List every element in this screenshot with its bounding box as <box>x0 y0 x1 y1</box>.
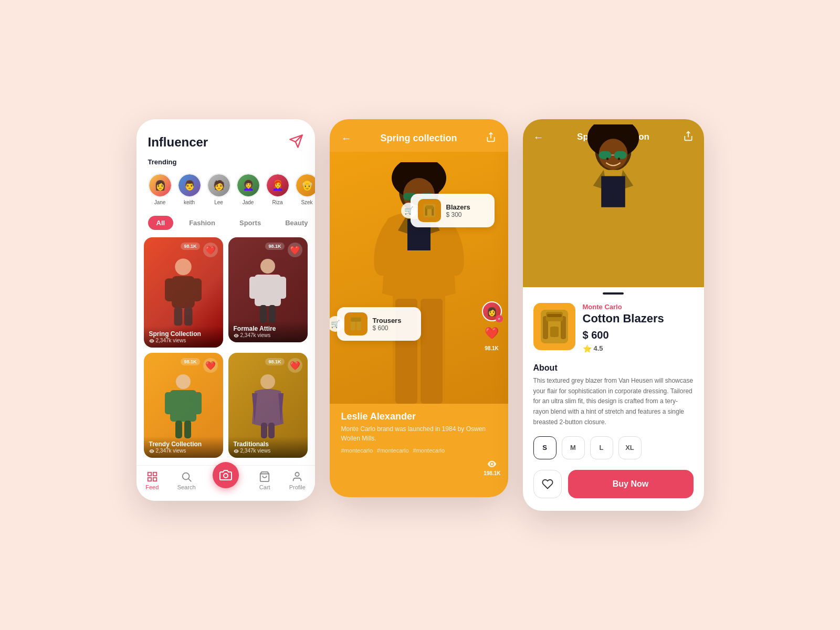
avatar-item-jade[interactable]: 👩‍🦱 Jade <box>236 173 260 205</box>
size-row: S M L XL <box>533 436 694 459</box>
svg-point-27 <box>183 473 190 480</box>
svg-rect-19 <box>184 421 191 438</box>
tab-beauty[interactable]: Beauty <box>277 216 314 230</box>
svg-rect-3 <box>172 276 195 308</box>
rating-row: ⭐ 4.5 <box>583 344 694 353</box>
trousers-tag[interactable]: 🛒 Trousers $ 600 <box>337 307 421 341</box>
size-xl[interactable]: XL <box>618 436 642 459</box>
svg-rect-64 <box>547 314 562 317</box>
about-section: About This textured grey blazer from Van… <box>523 360 704 433</box>
card-title: Traditionals <box>234 440 302 448</box>
tab-fashion[interactable]: Fashion <box>181 216 224 230</box>
share-icon[interactable] <box>683 131 694 143</box>
card-spring-collection[interactable]: 98.1K ❤️ Spring Collection 2,347k views <box>144 237 223 348</box>
avatar-item-keith[interactable]: 👨 keith <box>177 173 202 205</box>
product-price: $ 600 <box>583 329 694 341</box>
tab-sports[interactable]: Sports <box>231 216 269 230</box>
trousers-label: Trousers <box>373 317 402 324</box>
bottom-nav: Feed Search Cart Profile <box>136 465 315 501</box>
avatar-name: keith <box>184 200 195 205</box>
nav-label: Profile <box>289 484 306 490</box>
card-views: 2,347k views <box>149 448 218 454</box>
size-s[interactable]: S <box>533 436 556 459</box>
share-icon[interactable] <box>486 132 496 144</box>
heart-icon[interactable]: ❤️ <box>288 358 302 373</box>
nav-search[interactable]: Search <box>177 471 196 490</box>
card-formale-attire[interactable]: 98.1K ❤️ Formale Attire 2,347k views <box>228 237 308 342</box>
back-icon[interactable]: ← <box>341 132 352 144</box>
blazers-tag[interactable]: 🛒 Blazers $ 300 <box>411 194 495 227</box>
back-icon[interactable]: ← <box>533 131 544 143</box>
heart-icon[interactable]: ❤️ <box>203 358 218 373</box>
svg-rect-11 <box>277 277 286 299</box>
svg-rect-7 <box>184 308 193 326</box>
avatar-item-szek[interactable]: 👴 Szek <box>295 173 315 205</box>
svg-rect-9 <box>255 275 281 306</box>
card-traditionals[interactable]: 98.1K ❤️ Traditionals 2,347k views <box>228 353 308 458</box>
heart-icon[interactable]: ❤️ <box>288 243 302 257</box>
likes-count: 98.1K <box>485 345 499 351</box>
svg-rect-10 <box>249 277 258 299</box>
hashtag: #montecarlo <box>341 447 373 454</box>
tab-all[interactable]: All <box>148 216 174 230</box>
camera-fab-button[interactable] <box>213 462 239 488</box>
svg-rect-42 <box>421 299 443 404</box>
avatar-name: Jade <box>243 200 254 205</box>
svg-rect-16 <box>165 392 174 414</box>
avatar-item-lee[interactable]: 🧑 Lee <box>207 173 231 205</box>
s2-header: ← Spring collection <box>330 119 508 152</box>
avatar-item-jane[interactable]: 👩 Jane <box>148 173 172 205</box>
svg-rect-26 <box>153 478 156 481</box>
rating-value: 4.5 <box>594 344 603 352</box>
hashtag: #montecarlo <box>377 447 409 454</box>
wishlist-button[interactable] <box>533 470 562 498</box>
avatar-name: Lee <box>214 200 223 205</box>
card-trendy-collection[interactable]: 98.1K ❤️ Trendy Collection 2,347k views <box>144 353 223 458</box>
avatars-row: 👩 Jane 👨 keith 🧑 Lee 👩‍🦱 Jade 👩‍🦰 Riza 👴 <box>136 171 315 213</box>
influencer-desc: Monte Carlo brand was launched in 1984 b… <box>341 424 497 443</box>
avatar-item-riza[interactable]: 👩‍🦰 Riza <box>266 173 290 205</box>
svg-line-28 <box>188 479 191 481</box>
product-name: Cotton Blazers <box>583 312 694 326</box>
buy-now-button[interactable]: Buy Now <box>568 470 694 498</box>
svg-rect-13 <box>269 305 276 323</box>
svg-point-20 <box>260 374 275 389</box>
heart-stat: ❤️ <box>485 327 499 340</box>
card-title: Trendy Collection <box>149 440 218 448</box>
product-detail-screen: ← Spring collection <box>523 119 704 510</box>
svg-rect-46 <box>426 206 433 209</box>
product-thumbnail <box>533 303 575 350</box>
size-l[interactable]: L <box>590 436 613 459</box>
svg-rect-24 <box>153 472 156 476</box>
nav-cart[interactable]: Cart <box>259 471 270 490</box>
hero-section: ← Spring collection <box>523 119 704 287</box>
s1-header: Influencer <box>136 119 315 156</box>
plus-icon: + <box>496 315 503 322</box>
svg-rect-6 <box>174 308 183 326</box>
brand-name: Monte Carlo <box>583 303 694 311</box>
nav-label: Feed <box>145 484 159 490</box>
product-row: Monte Carlo Cotton Blazers $ 600 ⭐ 4.5 <box>523 298 704 360</box>
size-m[interactable]: M <box>562 436 585 459</box>
svg-point-30 <box>296 472 299 476</box>
card-title: Formale Attire <box>234 325 302 332</box>
influencer-screen: Influencer Trending 👩 Jane 👨 keith 🧑 Lee <box>136 119 315 501</box>
card-title: Spring Collection <box>149 330 218 338</box>
scroll-handle <box>523 287 704 298</box>
heart-icon[interactable]: ❤️ <box>203 243 218 257</box>
cart-icon: 🛒 <box>401 203 417 218</box>
send-icon[interactable] <box>289 134 303 151</box>
svg-rect-54 <box>599 151 612 159</box>
avatar-name: Jane <box>154 200 166 205</box>
nav-feed[interactable]: Feed <box>145 471 159 490</box>
spring-collection-screen: ← Spring collection <box>330 119 508 497</box>
nav-label: Cart <box>259 484 270 490</box>
svg-rect-4 <box>165 278 175 301</box>
nav-profile[interactable]: Profile <box>289 471 306 490</box>
hashtags-row: #montecarlo #montecarlo #montecarlo <box>341 447 497 454</box>
svg-rect-49 <box>351 318 361 322</box>
svg-point-14 <box>176 374 191 389</box>
svg-rect-17 <box>193 392 202 414</box>
svg-rect-55 <box>614 151 627 159</box>
svg-point-58 <box>606 158 609 161</box>
